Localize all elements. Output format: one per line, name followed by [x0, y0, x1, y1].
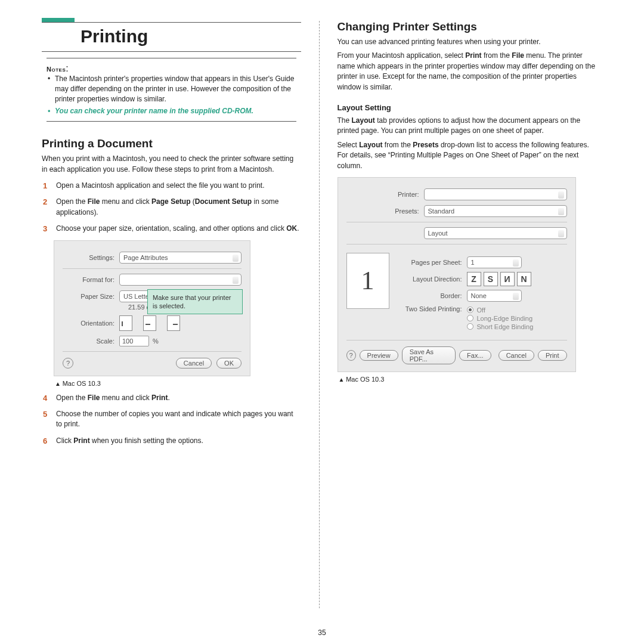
border-select[interactable]: None [467, 290, 522, 302]
two-sided-radio-short[interactable]: Short Edge Binding [467, 323, 534, 330]
body-text: When you print with a Macintosh, you nee… [42, 154, 301, 175]
cancel-button[interactable]: Cancel [176, 358, 212, 369]
orientation-label: Orientation: [63, 320, 119, 327]
panel-select[interactable]: Layout [424, 227, 567, 239]
presets-select[interactable]: Standard [424, 205, 567, 217]
save-pdf-button[interactable]: Save As PDF... [402, 346, 456, 364]
body-text: Select Layout from the Presets drop-down… [338, 140, 597, 171]
print-layout-screenshot: Printer: Presets: Standard Layout 1 [338, 177, 576, 372]
layout-dir-label: Layout Direction: [401, 275, 467, 283]
step-item: Open a Macintosh application and select … [42, 181, 301, 191]
scale-label: Scale: [63, 338, 119, 345]
print-button[interactable]: Print [538, 350, 567, 361]
two-sided-radio-off[interactable]: Off [467, 306, 534, 314]
settings-select[interactable]: Page Attributes [119, 252, 242, 264]
body-text: The Layout tab provides options to adjus… [338, 116, 597, 137]
help-icon[interactable]: ? [63, 358, 73, 369]
step-item: Choose the number of copies you want and… [42, 409, 301, 430]
section-heading: Printing a Document [42, 137, 301, 150]
body-text: You can use advanced printing features w… [338, 37, 597, 47]
layout-dir-option-icon[interactable]: Z [467, 272, 481, 286]
subsection-heading: Layout Setting [338, 103, 597, 112]
two-sided-radio-long[interactable]: Long-Edge Binding [467, 315, 534, 322]
layout-dir-option-icon[interactable]: N [517, 272, 531, 286]
section-heading: Changing Printer Settings [338, 20, 597, 33]
two-sided-label: Two Sided Printing: [401, 305, 467, 312]
left-column: Printing Notes: The Macintosh printer's … [30, 18, 319, 632]
format-for-select[interactable] [119, 274, 242, 286]
page-thumbnail: 1 [346, 253, 389, 309]
step-item: Choose your paper size, orientation, sca… [42, 224, 301, 234]
printer-select[interactable] [424, 188, 567, 200]
step-item: Click Print when you finish setting the … [42, 436, 301, 446]
page-setup-screenshot: Settings: Page Attributes Format for: Pa… [54, 240, 250, 376]
orientation-portrait-icon[interactable] [119, 315, 132, 331]
preview-button[interactable]: Preview [360, 350, 398, 361]
border-label: Border: [401, 292, 467, 299]
presets-label: Presets: [346, 208, 424, 215]
note-item-emph: You can check your printer name in the s… [47, 106, 296, 116]
ok-button[interactable]: OK [216, 358, 242, 369]
cancel-button[interactable]: Cancel [499, 350, 534, 361]
screenshot-caption: Mac OS 10.3 [339, 376, 597, 383]
step-item: Open the File menu and click Page Setup … [42, 197, 301, 218]
help-icon[interactable]: ? [346, 350, 356, 361]
notes-label: Notes [47, 66, 66, 73]
step-list: Open a Macintosh application and select … [42, 181, 301, 234]
pps-label: Pages per Sheet: [401, 259, 467, 266]
layout-dir-option-icon[interactable]: S [484, 272, 498, 286]
format-for-label: Format for: [63, 276, 119, 283]
percent-sign: % [153, 338, 159, 345]
fax-button[interactable]: Fax... [459, 350, 491, 361]
screenshot-caption: Mac OS 10.3 [55, 380, 301, 387]
step-item: Open the File menu and click Print. [42, 393, 301, 403]
layout-dir-option-icon[interactable]: И [500, 272, 515, 286]
page-title: Printing [80, 26, 301, 47]
right-column: Changing Printer Settings You can use ad… [320, 18, 615, 632]
settings-label: Settings: [63, 254, 119, 261]
scale-input[interactable]: 100 [119, 336, 149, 346]
body-text: From your Macintosh application, select … [338, 51, 597, 92]
page-number: 35 [0, 628, 644, 637]
tooltip-callout: Make sure that your printer is selected. [147, 289, 243, 315]
orientation-reverse-icon[interactable] [167, 315, 180, 331]
notes-block: Notes: The Macintosh printer's propertie… [42, 58, 301, 122]
note-item: The Macintosh printer's properties windo… [47, 74, 296, 104]
pps-select[interactable]: 1 [467, 256, 522, 268]
printer-label: Printer: [346, 191, 424, 198]
paper-size-label: Paper Size: [63, 293, 119, 300]
orientation-landscape-icon[interactable] [143, 315, 156, 331]
step-list-cont: Open the File menu and click Print. Choo… [42, 393, 301, 447]
